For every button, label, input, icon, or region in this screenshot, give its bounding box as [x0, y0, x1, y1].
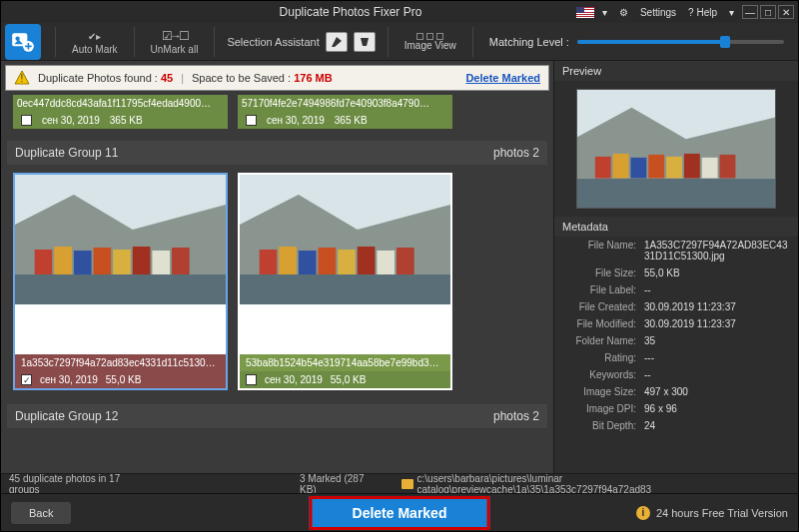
- sel-assist-tool-2[interactable]: [354, 32, 376, 52]
- gear-icon[interactable]: ⚙: [613, 7, 634, 18]
- help-dropdown[interactable]: ▾: [723, 7, 740, 18]
- svg-rect-21: [279, 247, 297, 274]
- delete-marked-link[interactable]: Delete Marked: [465, 72, 540, 84]
- svg-rect-30: [577, 179, 775, 209]
- preview-image: [576, 89, 776, 209]
- svg-rect-37: [684, 154, 700, 179]
- check-icon: ✔▸: [88, 28, 101, 44]
- svg-point-1: [15, 36, 19, 40]
- svg-rect-22: [299, 251, 317, 274]
- mark-checkbox[interactable]: [21, 115, 32, 126]
- svg-rect-10: [74, 251, 92, 274]
- metadata-panel: File Name:1A353C7297F94A72AD83EC4331D11C…: [554, 237, 798, 473]
- preview-header: Preview: [554, 61, 798, 81]
- mark-checkbox[interactable]: [246, 115, 257, 126]
- unmark-icon: ☑→☐: [162, 28, 187, 44]
- svg-rect-12: [113, 250, 131, 274]
- delete-marked-button[interactable]: Delete Marked: [310, 496, 490, 530]
- mark-checkbox[interactable]: ✓: [21, 374, 32, 385]
- svg-rect-25: [358, 247, 376, 274]
- svg-rect-39: [720, 155, 736, 179]
- trial-label: 24 hours Free Trial Version: [656, 507, 788, 519]
- svg-rect-18: [240, 274, 450, 304]
- svg-rect-26: [377, 251, 395, 274]
- svg-rect-24: [338, 250, 356, 274]
- minimize-button[interactable]: —: [742, 5, 758, 19]
- svg-rect-35: [648, 155, 664, 179]
- svg-rect-6: [15, 274, 226, 304]
- toolbar: ✔▸ Auto Mark ☑→☐ UnMark all Selection As…: [1, 23, 798, 61]
- unmark-all-button[interactable]: ☑→☐ UnMark all: [141, 26, 209, 57]
- status-summary: 45 duplicate photos in 17 groups: [9, 473, 150, 495]
- bottom-bar: Back Delete Marked i24 hours Free Trial …: [1, 493, 798, 531]
- folder-icon: [401, 479, 413, 489]
- svg-rect-20: [260, 250, 278, 274]
- svg-rect-36: [666, 157, 682, 179]
- photo-card[interactable]: 53ba8b1524b54e319714aa58be7e99bd3… сен 3…: [238, 173, 452, 390]
- svg-rect-34: [630, 158, 646, 179]
- status-marked: 3 Marked (287 KB): [300, 473, 382, 495]
- svg-rect-38: [702, 158, 718, 179]
- list-item[interactable]: 0ec447ddc8cd43afa1f11795cf4edad4900… сен…: [13, 95, 228, 129]
- flag-dropdown[interactable]: ▾: [596, 7, 613, 18]
- svg-text:!: !: [21, 73, 24, 84]
- group-header: Duplicate Group 11 photos 2: [7, 141, 547, 165]
- group-header: Duplicate Group 12 photos 2: [7, 404, 547, 428]
- svg-rect-13: [133, 247, 151, 274]
- title-bar: Duplicate Photos Fixer Pro ▾ ⚙ Settings …: [1, 1, 798, 23]
- settings-link[interactable]: Settings: [634, 7, 682, 18]
- image-view-toggle[interactable]: Image View: [395, 33, 466, 51]
- svg-rect-8: [35, 250, 53, 274]
- thumbnail-image: [240, 175, 450, 304]
- info-bar: ! Duplicate Photos found : 45 | Space to…: [5, 65, 549, 91]
- flag-icon[interactable]: [576, 7, 594, 18]
- found-count: 45: [161, 72, 173, 84]
- back-button[interactable]: Back: [11, 502, 71, 524]
- app-title: Duplicate Photos Fixer Pro: [125, 5, 576, 19]
- svg-rect-23: [319, 248, 337, 274]
- space-saved: 176 MB: [294, 72, 333, 84]
- svg-rect-11: [94, 248, 112, 274]
- selection-assistant-label: Selection Assistant: [227, 36, 319, 48]
- maximize-button[interactable]: □: [760, 5, 776, 19]
- thumbnail-image: [15, 175, 226, 304]
- results-scroll[interactable]: 0ec447ddc8cd43afa1f11795cf4edad4900… сен…: [1, 95, 553, 473]
- svg-rect-33: [613, 154, 629, 179]
- app-logo-icon: [5, 24, 41, 60]
- help-link[interactable]: ? Help: [682, 7, 723, 18]
- list-item[interactable]: 57170f4fe2e7494986fd7e40903f8a4790… сен …: [238, 95, 452, 129]
- svg-rect-9: [54, 247, 72, 274]
- status-path: c:\users\barbara\pictures\luminar catalo…: [417, 473, 790, 495]
- sel-assist-tool-1[interactable]: [326, 32, 348, 52]
- auto-mark-button[interactable]: ✔▸ Auto Mark: [62, 26, 128, 57]
- svg-rect-27: [397, 248, 414, 274]
- matching-level-slider[interactable]: [577, 40, 784, 44]
- warning-icon: !: [14, 70, 30, 86]
- svg-rect-32: [595, 157, 611, 179]
- status-bar: 45 duplicate photos in 17 groups 3 Marke…: [1, 473, 798, 493]
- svg-rect-14: [152, 251, 170, 274]
- matching-level-label: Matching Level :: [489, 36, 569, 48]
- close-button[interactable]: ✕: [778, 5, 794, 19]
- svg-rect-15: [172, 248, 190, 274]
- info-icon: i: [636, 506, 650, 520]
- photo-card[interactable]: 1a353c7297f94a72ad83ec4331d11c5130… ✓сен…: [13, 173, 228, 390]
- mark-checkbox[interactable]: [246, 374, 257, 385]
- metadata-header: Metadata: [554, 217, 798, 237]
